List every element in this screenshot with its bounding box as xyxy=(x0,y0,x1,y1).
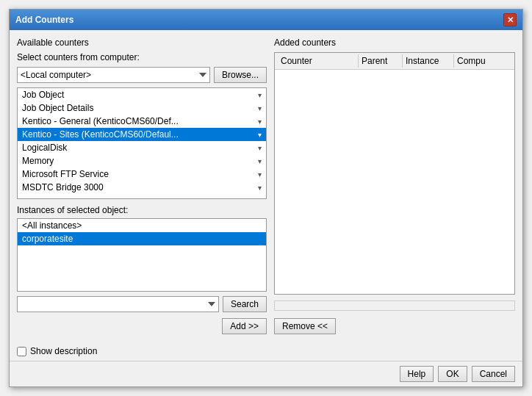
counter-list-item[interactable]: LogicalDisk▾ xyxy=(18,141,266,154)
available-counters-label: Available counters xyxy=(17,37,267,48)
search-select[interactable] xyxy=(17,296,219,312)
close-button[interactable]: ✕ xyxy=(503,13,517,26)
computer-select[interactable]: <Local computer> xyxy=(17,67,210,83)
search-button[interactable]: Search xyxy=(223,296,267,312)
right-panel: Added counters Counter Parent Instance C… xyxy=(274,37,515,334)
show-description-checkbox[interactable] xyxy=(17,347,26,356)
instances-list[interactable]: <All instances>corporatesite xyxy=(17,218,267,292)
counter-list-item[interactable]: Job Object Details▾ xyxy=(18,101,266,115)
horizontal-scrollbar[interactable] xyxy=(274,300,515,311)
dialog-title: Add Counters xyxy=(15,15,73,25)
dialog-body: Available counters Select counters from … xyxy=(10,30,522,342)
show-description-row: Show description xyxy=(10,342,522,361)
title-bar: Add Counters ✕ xyxy=(10,10,522,30)
counter-list[interactable]: Job Object▾Job Object Details▾Kentico - … xyxy=(17,87,267,199)
counter-list-item[interactable]: Kentico - General (KenticoCMS60/Def...▾ xyxy=(18,115,266,128)
added-table[interactable]: Counter Parent Instance Compu xyxy=(274,52,515,295)
show-description-label: Show description xyxy=(30,346,97,356)
table-header: Counter Parent Instance Compu xyxy=(275,53,514,70)
counter-list-item[interactable]: Memory▾ xyxy=(18,154,266,168)
ok-button[interactable]: OK xyxy=(438,366,467,382)
counter-list-item[interactable]: Job Object▾ xyxy=(18,88,266,101)
remove-button[interactable]: Remove << xyxy=(274,318,336,334)
th-instance: Instance xyxy=(403,54,454,68)
cancel-button[interactable]: Cancel xyxy=(472,366,515,382)
dialog-footer: Help OK Cancel xyxy=(10,361,522,386)
instances-section: Instances of selected object: <All insta… xyxy=(17,204,267,334)
th-compu: Compu xyxy=(454,54,511,68)
th-counter: Counter xyxy=(278,54,359,68)
select-from-computer-label: Select counters from computer: xyxy=(17,52,267,62)
counter-list-item[interactable]: Kentico - Sites (KenticoCMS60/Defaul...▾ xyxy=(18,128,266,141)
instances-label: Instances of selected object: xyxy=(17,205,267,215)
remove-row: Remove << xyxy=(274,318,515,334)
search-row: Search xyxy=(17,296,267,312)
add-button[interactable]: Add >> xyxy=(222,318,267,334)
browse-button[interactable]: Browse... xyxy=(214,67,267,83)
counter-list-item[interactable]: Microsoft FTP Service▾ xyxy=(18,168,266,181)
left-panel: Available counters Select counters from … xyxy=(17,37,267,334)
help-button[interactable]: Help xyxy=(400,366,434,382)
add-counters-dialog: Add Counters ✕ Available counters Select… xyxy=(9,9,523,387)
counter-list-item[interactable]: MSDTC Bridge 3000▾ xyxy=(18,181,266,194)
add-row: Add >> xyxy=(17,318,267,334)
counters-section: Job Object▾Job Object Details▾Kentico - … xyxy=(17,87,267,199)
instance-list-item[interactable]: corporatesite xyxy=(18,232,266,245)
th-parent: Parent xyxy=(359,54,403,68)
added-counters-label: Added counters xyxy=(274,37,515,48)
computer-select-row: <Local computer> Browse... xyxy=(17,67,267,83)
instance-list-item[interactable]: <All instances> xyxy=(18,219,266,232)
